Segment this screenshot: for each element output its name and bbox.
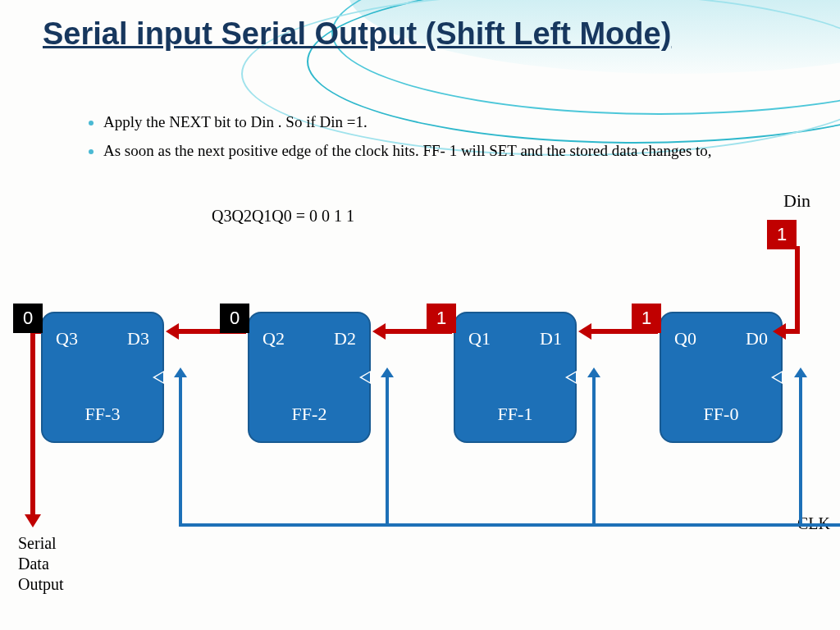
flipflop-3: Q3 D3 FF-3: [41, 312, 164, 443]
q-output-label: Q3: [56, 328, 78, 349]
q-output-label: Q1: [468, 328, 491, 349]
flipflop-2: Q2 D2 FF-2: [248, 312, 371, 443]
clk-wire: [386, 377, 389, 523]
din-wire: [795, 246, 800, 331]
page-title: Serial input Serial Output (Shift Left M…: [43, 16, 671, 52]
din-label: Din: [783, 190, 810, 212]
flipflop-name: FF-0: [661, 404, 781, 425]
q-output-label: Q2: [262, 328, 285, 349]
d-input-label: D2: [334, 328, 356, 349]
clk-bus: [179, 523, 840, 527]
flipflop-0: Q0 D0 FF-0: [660, 312, 783, 443]
flipflop-1: Q1 D1 FF-1: [454, 312, 577, 443]
d-input-label: D0: [746, 328, 768, 349]
clk-wire: [179, 377, 182, 523]
bit-q2: 0: [220, 304, 249, 333]
bit-q0: 1: [632, 304, 661, 333]
clock-input-icon: [153, 371, 164, 384]
clock-input-icon: [359, 371, 371, 384]
bullet-item: Apply the NEXT bit to Din . So if Din =1…: [103, 111, 791, 135]
flipflop-name: FF-2: [249, 404, 369, 425]
clock-input-icon: [565, 371, 577, 384]
clk-wire: [799, 377, 802, 523]
bit-q3: 0: [13, 304, 43, 333]
state-equation: Q3Q2Q1Q0 = 0 0 1 1: [212, 207, 354, 226]
flipflop-name: FF-3: [43, 404, 162, 425]
clk-wire: [592, 377, 596, 523]
bit-q1: 1: [427, 304, 456, 333]
bullet-list: Apply the NEXT bit to Din . So if Din =1…: [71, 111, 791, 167]
q-output-label: Q0: [674, 328, 696, 349]
clock-input-icon: [771, 371, 783, 384]
flipflop-name: FF-1: [455, 404, 575, 425]
d-input-label: D3: [127, 328, 149, 349]
bullet-item: As soon as the next positive edge of the…: [103, 139, 791, 163]
bit-din: 1: [767, 220, 797, 249]
d-input-label: D1: [540, 328, 562, 349]
serial-out-wire-arrow: [30, 329, 35, 516]
din-wire-arrow: [784, 329, 800, 334]
serial-output-label: Serial Data Output: [18, 533, 64, 595]
